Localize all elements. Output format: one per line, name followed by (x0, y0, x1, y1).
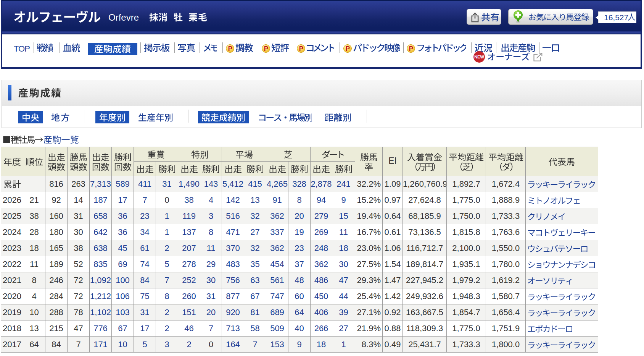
svg-text:P: P (228, 45, 232, 52)
svg-text:P: P (346, 45, 350, 52)
svg-text:P: P (409, 45, 413, 52)
svg-text:P: P (299, 45, 303, 52)
svg-text:P: P (264, 45, 268, 52)
